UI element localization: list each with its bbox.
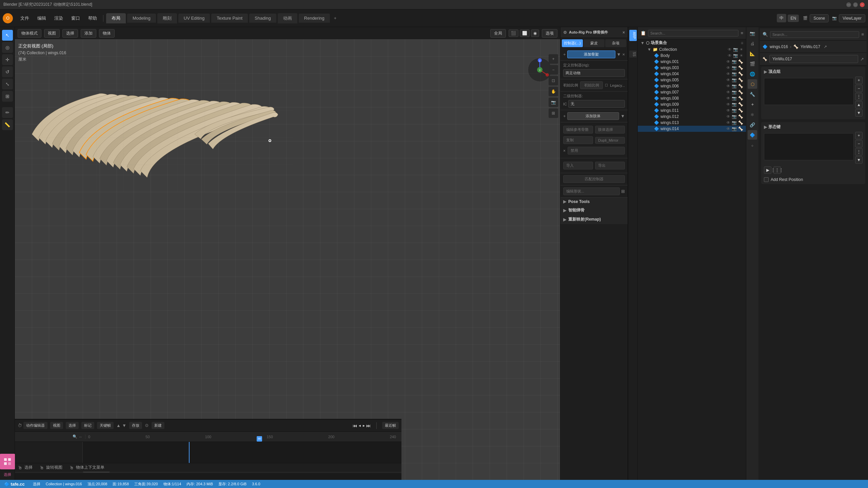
measure-tool-button[interactable]: 📏 (2, 119, 13, 130)
vis-icon-3[interactable]: ☀ (739, 47, 743, 52)
outliner-wings-007[interactable]: 🔷 wings.007 👁 📷 🦴 (638, 89, 746, 95)
vis-icon-1[interactable]: 👁 (728, 47, 732, 52)
vertex-groups-list[interactable] (764, 78, 854, 105)
lang-zh-button[interactable]: 中 (777, 14, 786, 22)
viewport-shading-rendered[interactable]: ⬜ (520, 29, 530, 37)
sk-play-button[interactable]: ▶ (764, 166, 771, 174)
close-button[interactable]: × (860, 2, 865, 7)
channel-up-icon[interactable]: ▲ (116, 423, 121, 428)
vis-eye[interactable]: 👁 (728, 53, 732, 58)
menu-render[interactable]: 渲染 (51, 14, 66, 23)
move-tool-button[interactable]: ✛ (2, 54, 13, 65)
minimize-button[interactable]: — (846, 2, 851, 7)
props-expand-icon[interactable]: ↗ (824, 44, 827, 49)
data-props-tab[interactable]: 🔷 (748, 130, 757, 140)
tab-sculpt[interactable]: 雕刻 (157, 13, 177, 23)
arp-tab-misc[interactable]: 杂项 (605, 39, 626, 47)
arp-close-button[interactable]: × (623, 30, 625, 35)
object-name-input[interactable]: YinWu.017 (769, 55, 858, 63)
annotate-tool-button[interactable]: ✏ (2, 107, 13, 118)
tab-layout[interactable]: 布局 (106, 13, 126, 23)
breadcrumb-yinwu[interactable]: YinWu.017 (801, 44, 820, 49)
outliner-collection[interactable]: ▼ 📁 Collection 👁 📷 ☀ (638, 46, 746, 53)
add-limb-button[interactable]: 添加肢体 (567, 112, 619, 120)
outliner-scene-collection[interactable]: ▼ ⬡ 场景集合 ≡ (638, 39, 746, 46)
w009-eye[interactable]: 👁 (726, 102, 730, 107)
w007-bone[interactable]: 🦴 (738, 90, 743, 95)
tab-modeling[interactable]: Modeling (127, 14, 156, 23)
new-action-button[interactable]: 新建 (152, 422, 164, 429)
add-rest-position-row[interactable]: Add Rest Position (761, 175, 865, 184)
w007-camera[interactable]: 📷 (732, 90, 737, 95)
scale-tool-button[interactable]: ⤡ (2, 79, 13, 89)
add-rest-checkbox[interactable] (764, 177, 769, 182)
zoom-in-button[interactable]: + (549, 54, 558, 64)
w013-camera[interactable]: 📷 (732, 120, 737, 125)
outliner-body[interactable]: 🔷 Body 👁 📷 ☀ (638, 53, 746, 59)
vg-up-button[interactable]: ▲ (855, 101, 863, 108)
secondary-ctrl-input[interactable]: 无 (568, 100, 625, 108)
w005-eye[interactable]: 👁 (726, 78, 730, 82)
lang-en-button[interactable]: EN (788, 15, 799, 22)
limb-select-button[interactable]: 肢体选择 (595, 126, 625, 134)
sk-more-options[interactable]: ⋮⋮⋮ (773, 166, 781, 174)
viewport-overlay[interactable]: ◉ (531, 29, 539, 37)
timeline-marker-menu[interactable]: 标记 (81, 422, 94, 429)
ss-tab-button[interactable]: SS (629, 50, 637, 58)
outliner-wings-006[interactable]: 🔷 wings.006 👁 📷 🦴 (638, 83, 746, 89)
w014-bone[interactable]: 🦴 (738, 126, 743, 131)
hand-tool-button[interactable]: ✋ (549, 87, 558, 96)
tab-animation[interactable]: 动画 (278, 13, 297, 23)
props-search-input[interactable] (770, 31, 859, 38)
action-editor-dropdown[interactable]: 动作编辑器 (23, 422, 47, 429)
vis-icon-2[interactable]: 📷 (733, 47, 738, 52)
store-button[interactable]: 存放 (129, 422, 142, 429)
menu-help[interactable]: 帮助 (85, 14, 100, 23)
timeline-ruler[interactable]: 🔍 ↔ 0 50 100 150 200 240 80 (15, 432, 401, 442)
w011-bone[interactable]: 🦴 (738, 108, 743, 113)
shape-keys-list[interactable] (764, 133, 854, 160)
w001-bone-icon[interactable]: 🦴 (738, 59, 743, 64)
shape-keys-header[interactable]: ▶ 形态键 (761, 122, 865, 132)
w001-vis-camera[interactable]: 📷 (732, 59, 737, 64)
w004-bone[interactable]: 🦴 (738, 72, 743, 76)
tab-rendering[interactable]: Rendering (299, 14, 330, 23)
w011-eye[interactable]: 👁 (726, 108, 730, 113)
w006-eye[interactable]: 👁 (726, 84, 730, 88)
menu-edit[interactable]: 编辑 (34, 14, 50, 23)
arp-tab-button[interactable]: ARP (629, 30, 637, 41)
outliner-wings-009[interactable]: 🔷 wings.009 👁 📷 🦴 (638, 101, 746, 107)
object-mode-dropdown[interactable]: 物体模式 (18, 29, 41, 38)
w013-eye[interactable]: 👁 (726, 120, 730, 125)
w008-bone[interactable]: 🦴 (738, 96, 743, 101)
scale-checkbox[interactable]: ☐ (605, 83, 608, 87)
dupli-mirror-button[interactable]: Dupli_Mirror (595, 137, 625, 144)
outliner-filter-button[interactable]: ≡ (741, 30, 743, 36)
w001-vis-eye[interactable]: 👁 (726, 59, 730, 64)
view-layer-selector[interactable]: ViewLayer (839, 14, 865, 22)
grid-button[interactable]: ⊞ (549, 108, 558, 118)
options-button[interactable]: 选项 (542, 29, 557, 38)
camera-button[interactable]: 📷 (549, 98, 558, 107)
w012-bone[interactable]: 🦴 (738, 114, 743, 119)
menu-file[interactable]: 文件 (17, 14, 33, 23)
vg-more-button[interactable]: ⋮ (855, 93, 863, 100)
view-menu[interactable]: 视图 (44, 29, 60, 38)
w006-camera[interactable]: 📷 (732, 84, 737, 88)
playhead-marker[interactable]: 80 (257, 436, 262, 442)
sk-remove-button[interactable]: − (855, 140, 863, 147)
select-tool-button[interactable]: ↖ (2, 30, 13, 41)
w003-eye[interactable]: 👁 (726, 65, 730, 70)
add-armature-close[interactable]: × (622, 52, 625, 57)
global-dropdown[interactable]: 全局 (490, 29, 506, 38)
viewport[interactable]: 物体模式 视图 选择 添加 物体 全局 ⬛ ⬜ ◉ 选项 正交前视图 (局部) … (15, 27, 560, 480)
special-tool-button[interactable] (0, 454, 15, 469)
channel-down-icon[interactable]: ▼ (122, 423, 126, 428)
add-limb-dropdown[interactable]: ▼ (620, 114, 625, 119)
select-menu[interactable]: 选择 (62, 29, 78, 38)
object-menu[interactable]: 物体 (99, 29, 115, 38)
w012-camera[interactable]: 📷 (732, 114, 737, 119)
filter-icon-1[interactable]: ≡ (741, 41, 743, 45)
outliner-wings-003[interactable]: 🔷 wings.003 👁 📷 🦴 (638, 65, 746, 71)
timeline-keyframe-menu[interactable]: 关键帧 (97, 422, 114, 429)
